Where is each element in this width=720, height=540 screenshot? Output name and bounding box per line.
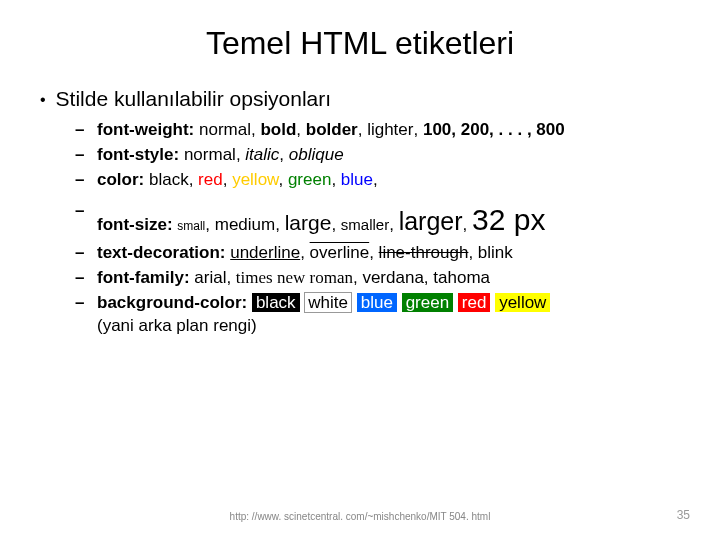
item-font-family: – font-family: arial, times new roman, v…	[75, 267, 680, 289]
val-black: black	[149, 170, 189, 189]
sep: ,	[358, 120, 367, 139]
sep: ,	[223, 170, 232, 189]
item-background-color: – background-color: black white blue gre…	[75, 292, 680, 336]
val-blink: blink	[478, 243, 513, 262]
dash-icon: –	[75, 200, 87, 239]
sep: ,	[251, 120, 260, 139]
val-normal: normal	[184, 145, 236, 164]
val-normal: normal	[199, 120, 251, 139]
content-body: • Stilde kullanılabilir opsiyonları – fo…	[35, 87, 680, 337]
item-content: font-family: arial, times new roman, ver…	[97, 267, 680, 289]
item-font-size: – font-size: small, medium, large, small…	[75, 200, 680, 239]
main-bullet-text: Stilde kullanılabilir opsiyonları	[56, 87, 331, 113]
val-bg-green: green	[402, 293, 453, 312]
val-line-through: line-through	[379, 243, 469, 262]
val-32px: 32 px	[472, 203, 545, 236]
prop-label: color:	[97, 170, 144, 189]
main-bullet: • Stilde kullanılabilir opsiyonları	[35, 87, 680, 113]
val-times: times new roman	[236, 268, 353, 287]
val-larger: larger	[399, 207, 463, 235]
val-italic: italic	[245, 145, 279, 164]
val-large: large	[285, 211, 332, 234]
item-text-decoration: – text-decoration: underline, overline, …	[75, 242, 680, 264]
val-lighter: lighter	[367, 120, 413, 139]
bullet-icon: •	[40, 87, 46, 113]
item-font-weight: – font-weight: normal, bold, bolder, lig…	[75, 119, 680, 141]
val-tahoma: tahoma	[433, 268, 490, 287]
prop-label: font-style:	[97, 145, 179, 164]
val-verdana: verdana	[362, 268, 423, 287]
prop-label: font-size:	[97, 215, 173, 234]
sep: ,	[278, 170, 287, 189]
prop-label: text-decoration:	[97, 243, 225, 262]
dash-icon: –	[75, 292, 87, 336]
val-medium: medium	[215, 215, 275, 234]
val-arial: arial	[194, 268, 226, 287]
val-yellow: yellow	[232, 170, 278, 189]
val-bg-blue: blue	[357, 293, 397, 312]
item-color: – color: black, red, yellow, green, blue…	[75, 169, 680, 191]
val-bg-black: black	[252, 293, 300, 312]
item-content: color: black, red, yellow, green, blue,	[97, 169, 680, 191]
sep: ,	[468, 243, 477, 262]
val-nums: 100, 200, . . . , 800	[423, 120, 565, 139]
val-oblique: oblique	[289, 145, 344, 164]
val-bg-yellow: yellow	[495, 293, 550, 312]
dash-icon: –	[75, 267, 87, 289]
sep: ,	[300, 243, 309, 262]
item-content: font-weight: normal, bold, bolder, light…	[97, 119, 680, 141]
val-smaller: smaller	[341, 216, 389, 233]
val-bolder: bolder	[306, 120, 358, 139]
item-font-style: – font-style: normal, italic, oblique	[75, 144, 680, 166]
item-content: text-decoration: underline, overline, li…	[97, 242, 680, 264]
val-underline: underline	[230, 243, 300, 262]
val-overline: overline	[310, 243, 370, 262]
val-green: green	[288, 170, 331, 189]
val-bold: bold	[260, 120, 296, 139]
dash-icon: –	[75, 144, 87, 166]
page-number: 35	[677, 508, 690, 522]
sep: ,	[236, 145, 245, 164]
prop-label: background-color:	[97, 293, 247, 312]
footer-url: http: //www. scinetcentral. com/~mishche…	[0, 511, 720, 522]
val-bg-white: white	[304, 292, 352, 313]
footer: http: //www. scinetcentral. com/~mishche…	[0, 511, 720, 522]
val-small: small	[177, 219, 205, 233]
prop-label: font-weight:	[97, 120, 194, 139]
val-bg-red: red	[458, 293, 491, 312]
dash-icon: –	[75, 169, 87, 191]
val-blue: blue	[341, 170, 373, 189]
sep: ,	[189, 170, 198, 189]
prop-label: font-family:	[97, 268, 190, 287]
item-content: font-style: normal, italic, oblique	[97, 144, 680, 166]
slide-title: Temel HTML etiketleri	[40, 25, 680, 62]
item-content: background-color: black white blue green…	[97, 292, 680, 336]
item-content: font-size: small, medium, large, smaller…	[97, 200, 680, 239]
dash-icon: –	[75, 119, 87, 141]
dash-icon: –	[75, 242, 87, 264]
slide: Temel HTML etiketleri • Stilde kullanıla…	[0, 0, 720, 540]
bg-note: (yani arka plan rengi)	[97, 316, 257, 335]
sub-list: – font-weight: normal, bold, bolder, lig…	[75, 119, 680, 337]
val-red: red	[198, 170, 223, 189]
